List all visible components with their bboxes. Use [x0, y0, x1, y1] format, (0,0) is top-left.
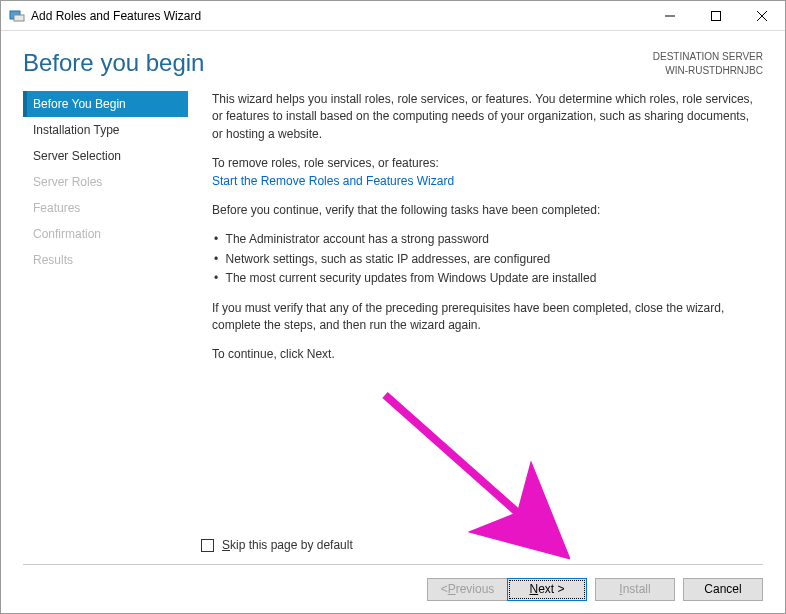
page-heading: Before you begin — [23, 49, 653, 77]
intro-text: This wizard helps you install roles, rol… — [212, 91, 759, 143]
prereq-item: The most current security updates from W… — [212, 270, 759, 287]
verify-lead: Before you continue, verify that the fol… — [212, 202, 759, 219]
step-confirmation: Confirmation — [23, 221, 188, 247]
header: Before you begin DESTINATION SERVER WIN-… — [1, 31, 785, 91]
continue-text: To continue, click Next. — [212, 346, 759, 363]
titlebar: Add Roles and Features Wizard — [1, 1, 785, 31]
wizard-window: Add Roles and Features Wizard Before you… — [0, 0, 786, 614]
close-button[interactable] — [739, 1, 785, 30]
step-server-roles: Server Roles — [23, 169, 188, 195]
prereq-item: Network settings, such as static IP addr… — [212, 251, 759, 268]
step-server-selection[interactable]: Server Selection — [23, 143, 188, 169]
step-features: Features — [23, 195, 188, 221]
remove-lead: To remove roles, role services, or featu… — [212, 156, 439, 170]
remove-roles-link[interactable]: Start the Remove Roles and Features Wiza… — [212, 174, 454, 188]
svg-rect-1 — [14, 15, 24, 21]
wizard-body: Before You Begin Installation Type Serve… — [1, 91, 785, 532]
step-results: Results — [23, 247, 188, 273]
skip-label[interactable]: Skip this page by default — [222, 538, 353, 552]
install-button: Install — [595, 578, 675, 601]
destination-label: DESTINATION SERVER — [653, 50, 763, 64]
window-title: Add Roles and Features Wizard — [31, 9, 647, 23]
window-controls — [647, 1, 785, 30]
nav-button-group: < Previous Next > — [427, 578, 587, 601]
skip-checkbox[interactable] — [201, 539, 214, 552]
destination-server-info: DESTINATION SERVER WIN-RUSTDHRNJBC — [653, 50, 763, 77]
maximize-button[interactable] — [693, 1, 739, 30]
prereq-item: The Administrator account has a strong p… — [212, 231, 759, 248]
next-button[interactable]: Next > — [507, 578, 587, 601]
footer: < Previous Next > Install Cancel — [1, 565, 785, 613]
remove-section: To remove roles, role services, or featu… — [212, 155, 759, 190]
cancel-button[interactable]: Cancel — [683, 578, 763, 601]
must-verify-text: If you must verify that any of the prece… — [212, 300, 759, 335]
wizard-content: This wizard helps you install roles, rol… — [188, 91, 763, 522]
step-before-you-begin[interactable]: Before You Begin — [23, 91, 188, 117]
server-manager-icon — [9, 8, 25, 24]
step-installation-type[interactable]: Installation Type — [23, 117, 188, 143]
step-sidebar: Before You Begin Installation Type Serve… — [23, 91, 188, 522]
skip-row: Skip this page by default — [1, 532, 785, 564]
minimize-button[interactable] — [647, 1, 693, 30]
prereq-list: The Administrator account has a strong p… — [212, 231, 759, 287]
destination-server-name: WIN-RUSTDHRNJBC — [653, 64, 763, 78]
previous-button: < Previous — [427, 578, 507, 601]
svg-rect-3 — [712, 11, 721, 20]
